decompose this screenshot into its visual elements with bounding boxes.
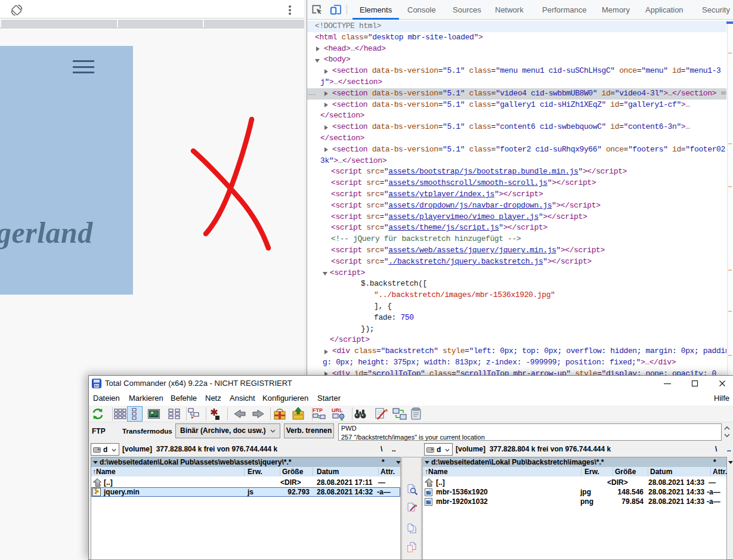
svg-text:64: 64 bbox=[95, 384, 99, 388]
svg-text:URL: URL bbox=[332, 407, 343, 413]
svg-text:FTP: FTP bbox=[313, 407, 323, 413]
